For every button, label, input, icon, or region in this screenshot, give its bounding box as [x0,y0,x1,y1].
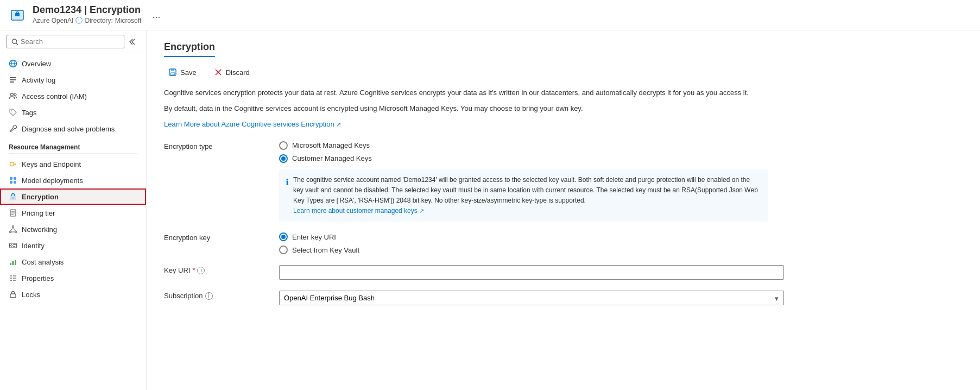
id-card-icon [9,241,17,250]
learn-more-link[interactable]: Learn More about Azure Cognitive service… [164,120,334,128]
encryption-key-row: Encryption key Enter key URI Select from… [164,232,963,254]
key-uri-label-text: Key URI [164,266,190,274]
search-box[interactable] [7,35,124,48]
key-uri-label: Key URI * i [164,265,262,274]
discard-label: Discard [226,68,250,77]
save-label: Save [180,68,197,77]
option-select-vault[interactable]: Select from Key Vault [279,246,963,254]
svg-rect-47 [171,69,174,71]
header: Demo1234 | Encryption Azure OpenAI ⓘ Dir… [0,0,980,30]
info-box-text: The cognitive service account named 'Dem… [293,176,758,204]
sidebar-item-pricing-tier[interactable]: Pricing tier [0,205,146,221]
svg-point-28 [15,231,17,233]
directory-value: Microsoft [115,17,142,24]
description-1: Cognitive services encryption protects y… [164,87,761,99]
sidebar-label-overview: Overview [22,60,51,68]
subscription-info-icon[interactable]: i [205,292,213,300]
svg-point-15 [10,162,14,166]
key-uri-info-icon[interactable]: i [197,267,205,274]
option-customer-label: Customer Managed Keys [292,154,372,162]
sidebar-label-networking: Networking [22,225,57,234]
svg-point-14 [11,110,12,111]
svg-rect-10 [10,79,16,80]
subscription-select[interactable]: OpenAI Enterprise Bug Bash [279,291,784,305]
search-icon [11,38,18,46]
radio-enter-uri [279,232,288,241]
resource-icon [9,7,26,24]
sidebar-item-diagnose[interactable]: Diagnose and solve problems [0,121,146,137]
subscription-label: Subscription i [164,291,262,300]
sidebar-label-identity: Identity [22,242,45,250]
discard-icon [214,68,223,77]
sidebar-label-keys-endpoint: Keys and Endpoint [22,160,81,168]
search-input[interactable] [21,37,119,46]
svg-line-29 [10,228,13,231]
sidebar-item-identity[interactable]: Identity [0,237,146,254]
key-icon [9,160,17,168]
radio-customer [279,154,288,163]
option-enter-uri[interactable]: Enter key URI [279,232,963,241]
info-box-content: The cognitive service account named 'Dem… [293,175,761,217]
receipt-icon [9,209,17,217]
svg-point-4 [12,39,16,43]
svg-rect-11 [10,81,14,83]
discard-button[interactable]: Discard [210,66,254,79]
sidebar-item-networking[interactable]: Networking [0,221,146,237]
radio-select-vault [279,246,288,254]
cmk-external-icon: ↗ [419,207,424,214]
svg-point-12 [11,93,14,96]
header-title-area: Demo1234 | Encryption Azure OpenAI ⓘ Dir… [33,4,141,26]
option-microsoft-managed[interactable]: Microsoft Managed Keys [279,141,963,150]
wrench-icon [9,124,17,133]
svg-line-5 [16,43,18,45]
svg-rect-37 [12,261,14,265]
sidebar-item-encryption[interactable]: Encryption [0,188,146,205]
sidebar-label-properties: Properties [22,274,54,282]
svg-rect-17 [14,177,16,180]
learn-more-cmk-link[interactable]: Learn more about customer managed keys [293,207,418,215]
encryption-type-label: Encryption type [164,141,262,150]
chart-icon [9,257,17,266]
sidebar-item-properties[interactable]: Properties [0,270,146,286]
toolbar: Save Discard [164,66,963,79]
key-uri-controls [279,265,963,280]
svg-rect-19 [14,181,16,184]
svg-rect-16 [10,177,12,180]
sidebar-label-access-control: Access control (IAM) [22,92,87,100]
save-button[interactable]: Save [164,66,201,79]
radio-microsoft [279,141,288,150]
save-icon [168,68,177,77]
sidebar-item-activity-log[interactable]: Activity log [0,72,146,88]
collapse-button[interactable] [127,35,140,48]
people-icon [9,92,17,100]
option-microsoft-label: Microsoft Managed Keys [292,141,370,149]
more-options-button[interactable]: ... [152,9,160,21]
sidebar-label-activity-log: Activity log [22,76,55,84]
sidebar-item-locks[interactable]: Locks [0,286,146,303]
form-section: Encryption type Microsoft Managed Keys C… [164,141,963,306]
header-subtitle: Azure OpenAI ⓘ Directory: Microsoft [33,16,141,26]
subscription-controls: OpenAI Enterprise Bug Bash [279,291,963,305]
sidebar-item-keys-endpoint[interactable]: Keys and Endpoint [0,156,146,172]
main-layout: Overview Activity log [0,30,980,390]
key-uri-input[interactable] [279,265,784,280]
sidebar-item-overview[interactable]: Overview [0,55,146,72]
resource-type: Azure OpenAI [33,17,73,24]
sidebar-item-model-deployments[interactable]: Model deployments [0,172,146,188]
page-resource-title: Demo1234 | Encryption [33,4,141,16]
svg-rect-9 [10,77,16,78]
option-select-vault-label: Select from Key Vault [292,246,359,254]
encryption-key-controls: Enter key URI Select from Key Vault [279,232,963,254]
lock-icon [9,192,17,201]
svg-point-21 [12,198,14,199]
sidebar-search-row [0,30,146,53]
svg-rect-36 [10,263,11,265]
directory-label: Directory: [85,17,112,24]
sidebar-item-cost-analysis[interactable]: Cost analysis [0,254,146,270]
option-customer-managed[interactable]: Customer Managed Keys [279,154,963,163]
sidebar-item-tags[interactable]: Tags [0,104,146,121]
sidebar-item-access-control[interactable]: Access control (IAM) [0,88,146,104]
subscription-row: Subscription i OpenAI Enterprise Bug Bas… [164,291,963,305]
svg-point-33 [11,245,12,247]
description-2: By default, data in the Cognitive servic… [164,103,761,115]
